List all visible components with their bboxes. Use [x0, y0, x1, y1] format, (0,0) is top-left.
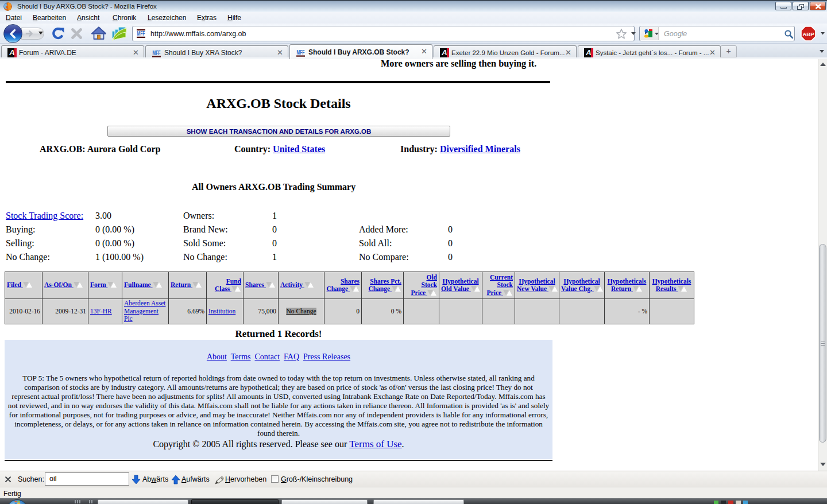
svg-text:ABP: ABP [802, 31, 814, 37]
svg-text:MFF: MFF [297, 49, 305, 56]
svg-text:MFF: MFF [137, 30, 145, 37]
svg-text:MFF: MFF [153, 49, 161, 56]
